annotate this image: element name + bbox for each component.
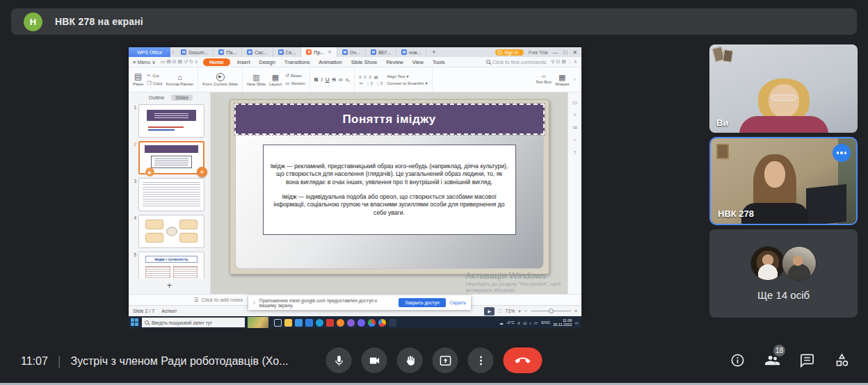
zoom-caret-icon[interactable]: ▾ [518, 309, 521, 314]
self-view-tile[interactable]: Ви [709, 44, 858, 133]
font-format-group[interactable]: B I U S X² X₂ [314, 76, 350, 83]
taskbar-search-input[interactable]: Введіть пошуковий запит тут [142, 318, 245, 327]
menubar-right-icons[interactable]: ⚲ ⊡ ▤ ⋮ ∧ [551, 59, 577, 65]
active-speaker-tile[interactable]: НВК 278 [709, 137, 858, 225]
present-screen-button[interactable] [433, 347, 458, 373]
tab-tools[interactable]: Tools [431, 58, 447, 66]
help-icon[interactable]: ? [573, 149, 576, 156]
layout-button[interactable]: Layout [269, 73, 282, 87]
taskbar-clock[interactable]: 11:06 30.11.2022 [553, 318, 572, 327]
underline-button[interactable]: U [326, 76, 330, 83]
doc-tab-active-presentation[interactable]: PПр...✕ [301, 47, 337, 57]
tab-outline[interactable]: Outline [146, 95, 167, 101]
reset-button[interactable]: Reset [285, 73, 305, 79]
tray-status-icons[interactable]: ⊡ ♪ ▭ [523, 320, 538, 325]
slide-thumbnail-4[interactable]: 4 [131, 215, 204, 248]
maximize-icon[interactable]: □ [563, 49, 567, 56]
wps-home-button[interactable]: WPS Office [129, 47, 170, 57]
overflow-participants-tile[interactable]: Ще 14 осіб [709, 229, 858, 318]
sign-in-button[interactable]: Sign in [495, 49, 524, 56]
text-box-button[interactable]: Text Box [536, 74, 552, 84]
zoom-in-button[interactable]: + [574, 309, 577, 313]
paragraph-align-group[interactable]: ≡ ≡ ≡ ▤≔ ⋮≡ ⋮≡ [359, 74, 383, 85]
tab-close-icon[interactable]: ✕ [328, 49, 332, 55]
doc-tab-1[interactable]: WDocum... [176, 47, 214, 57]
slide-thumbnail-2-selected[interactable]: 2 ▶ + [131, 141, 204, 174]
zoom-slider[interactable] [531, 311, 571, 311]
photos-icon[interactable] [389, 319, 396, 327]
chrome-profile-icon[interactable] [378, 319, 386, 327]
add-slide-button[interactable]: + [129, 279, 210, 294]
start-button[interactable] [131, 318, 139, 327]
microphone-button[interactable] [326, 347, 352, 373]
section-button[interactable]: Section [285, 81, 305, 86]
raise-hand-button[interactable] [397, 347, 423, 373]
camera-button[interactable] [362, 347, 387, 373]
menu-button[interactable]: ≡Menu∨ [133, 59, 156, 65]
firefox-icon[interactable] [337, 319, 344, 327]
new-tab-button[interactable]: + [426, 47, 441, 57]
participants-button[interactable]: 18 [764, 352, 780, 368]
tab-transitions[interactable]: Transitions [282, 58, 312, 66]
tab-animation[interactable]: Animation [316, 58, 344, 66]
slide-thumbnail-3[interactable]: 3 [131, 178, 204, 211]
doc-tab-6[interactable]: WОч... [337, 47, 366, 57]
bold-button[interactable]: B [314, 76, 319, 83]
fit-slide-icon[interactable]: ⛶ [498, 309, 501, 314]
tray-chevron-icon[interactable]: ∧ [517, 320, 520, 325]
edge-icon[interactable] [316, 319, 323, 327]
activities-button[interactable] [834, 352, 850, 368]
widgets-weather-thumbnail[interactable] [248, 317, 268, 328]
doc-tab-4[interactable]: WСе... [273, 47, 302, 57]
tab-insert[interactable]: Insert [235, 58, 252, 66]
comment-icon[interactable]: ▭ [572, 99, 578, 106]
tab-slides[interactable]: Slides [171, 95, 193, 101]
task-view-icon[interactable] [274, 319, 282, 327]
slide-play-button[interactable]: ▶ [145, 167, 154, 177]
tab-design[interactable]: Design [257, 58, 278, 66]
cut-button[interactable]: Cut [147, 73, 162, 79]
paste-button[interactable]: Paste [133, 72, 143, 87]
ribbon-expand-icon[interactable]: › [572, 76, 577, 83]
free-trial-button[interactable]: Free Trial [529, 50, 547, 55]
quick-add-slide-button[interactable]: + [197, 167, 207, 177]
slide-thumbnail-5[interactable]: 5 Імідж і сучасність [131, 252, 204, 279]
tile-options-button[interactable] [833, 144, 851, 162]
convert-smartart-button[interactable]: Convert to SmartArt▾ [387, 81, 428, 85]
quick-access-toolbar-icons[interactable]: ▭ ▤ ⊟ ▤ ↺ ↻ ∨ [161, 59, 198, 65]
tab-view[interactable]: View [410, 58, 426, 66]
slide-body-placeholder[interactable]: Імідж — рекламний, представницький образ… [263, 145, 516, 235]
doc-tab-7[interactable]: WВЕГ... [366, 47, 396, 57]
slide-2[interactable]: Поняття іміджу Імідж — рекламний, предст… [230, 99, 549, 275]
end-call-button[interactable] [504, 347, 542, 373]
find-commands-input[interactable]: Click to find commands [486, 59, 547, 65]
tab-home[interactable]: Home [203, 58, 230, 66]
doc-tab-3[interactable]: WСас... [242, 47, 273, 57]
minimize-icon[interactable]: — [552, 49, 558, 56]
align-text-button[interactable]: Align Text▾ [387, 74, 428, 79]
zoom-slider-knob[interactable] [549, 309, 554, 313]
store-icon[interactable] [305, 319, 313, 327]
slideshow-play-button[interactable]: ▶ [484, 307, 495, 316]
effects-icon[interactable]: ✧ [572, 112, 577, 118]
side-tools-strip[interactable]: ▭ ✧ ≔ ○ ? [568, 92, 581, 294]
superscript-button[interactable]: X² [339, 78, 343, 82]
close-icon[interactable]: ✕ [572, 49, 577, 56]
stop-sharing-button[interactable]: Закрыть доступ [399, 298, 445, 307]
chat-button[interactable] [799, 352, 815, 368]
italic-button[interactable]: I [321, 76, 322, 83]
format-painter-button[interactable]: Format Painter [166, 73, 194, 87]
from-current-slide-button[interactable]: ▶From Current Slide [202, 73, 238, 87]
strikethrough-button[interactable]: S [332, 76, 335, 83]
hide-notification-link[interactable]: Скрыть [450, 300, 466, 305]
zoom-out-button[interactable]: − [524, 309, 527, 313]
tab-scroll-left-icon[interactable]: ‹ [170, 47, 176, 57]
messenger-app-icon[interactable] [347, 319, 355, 327]
new-slide-button[interactable]: New Slide [247, 73, 266, 87]
wps-icon[interactable] [326, 319, 334, 327]
history-icon[interactable]: ○ [573, 137, 577, 143]
viber-icon[interactable] [357, 319, 365, 327]
file-explorer-icon[interactable] [284, 319, 292, 327]
shapes-button[interactable]: Shapes [555, 73, 569, 87]
doc-tab-8[interactable]: Wнов... [396, 47, 426, 57]
